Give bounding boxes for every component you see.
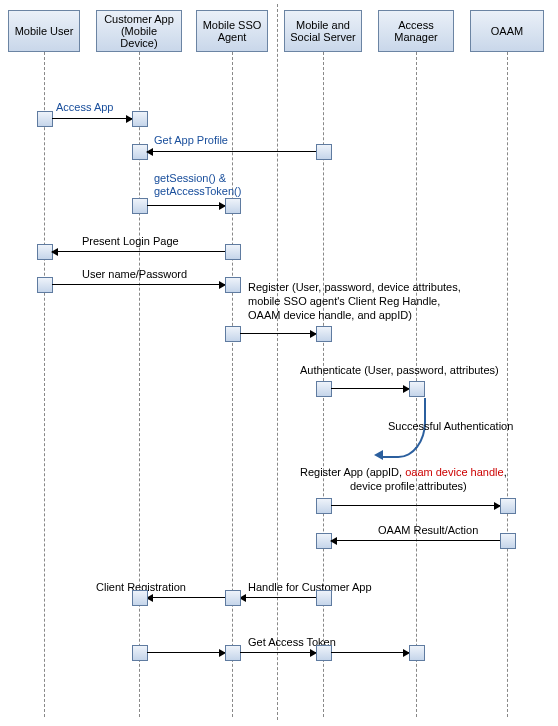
activation-node <box>316 144 332 160</box>
msg-register-a: Register (User, password, device attribu… <box>248 281 461 293</box>
msg-register-b: mobile SSO agent's Client Reg Handle, <box>248 295 440 307</box>
participant-mobile-sso-agent: Mobile SSO Agent <box>196 10 268 52</box>
msg-authenticate: Authenticate (User, password, attributes… <box>300 364 499 376</box>
arrow-register <box>240 333 316 334</box>
activation-node <box>225 198 241 214</box>
activation-node <box>132 645 148 661</box>
msg-get-app-profile: Get App Profile <box>154 134 228 146</box>
activation-node <box>409 381 425 397</box>
activation-node <box>225 590 241 606</box>
participant-oaam: OAAM <box>470 10 544 52</box>
activation-node <box>132 198 148 214</box>
arrow-handle-app <box>240 597 316 598</box>
activation-node <box>316 498 332 514</box>
arrow-get-token-1 <box>147 652 225 653</box>
arrow-access-app <box>52 118 132 119</box>
participant-label: Customer App (Mobile Device) <box>101 13 177 49</box>
msg-credentials: User name/Password <box>82 268 187 280</box>
activation-node <box>316 645 332 661</box>
arrow-client-reg <box>147 597 225 598</box>
sequence-diagram: { "participants": { "p0": "Mobile User",… <box>0 0 558 726</box>
msg-register-app-a: Register App (appID, <box>300 466 405 478</box>
msg-getsession-b: getAccessToken() <box>154 185 241 197</box>
activation-node <box>37 277 53 293</box>
arrow-authenticate <box>331 388 409 389</box>
activation-node <box>37 111 53 127</box>
activation-node <box>500 533 516 549</box>
participant-mobile-user: Mobile User <box>8 10 80 52</box>
arrow-get-token-3 <box>331 652 409 653</box>
msg-handle-app: Handle for Customer App <box>248 581 372 593</box>
participant-customer-app: Customer App (Mobile Device) <box>96 10 182 52</box>
activation-node <box>225 277 241 293</box>
msg-register-c: OAAM device handle, and appID) <box>248 309 412 321</box>
activation-node <box>316 381 332 397</box>
lifeline-mobile-user <box>44 52 45 717</box>
arrow-register-app <box>331 505 500 506</box>
participant-label: Mobile User <box>15 25 74 37</box>
msg-getsession-a: getSession() & <box>154 172 226 184</box>
msg-present-login: Present Login Page <box>82 235 179 247</box>
lifeline-oaam <box>507 52 508 717</box>
arrow-present-login <box>52 251 225 252</box>
msg-register-app-c: , <box>504 466 507 478</box>
participant-label: Mobile SSO Agent <box>201 19 263 43</box>
arrow-credentials <box>52 284 225 285</box>
arrow-get-app-profile <box>147 151 316 152</box>
msg-register-app-d: device profile attributes) <box>350 480 467 492</box>
participant-label: Mobile and Social Server <box>289 19 357 43</box>
participant-label: OAAM <box>491 25 523 37</box>
activation-node <box>500 498 516 514</box>
participant-mobile-social-server: Mobile and Social Server <box>284 10 362 52</box>
arrow-get-token-2 <box>240 652 316 653</box>
msg-register-app-line1: Register App (appID, oaam device handle, <box>300 466 507 478</box>
arrow-getsession <box>147 205 225 206</box>
participant-access-manager: Access Manager <box>378 10 454 52</box>
activation-node <box>132 111 148 127</box>
arrow-oaam-result <box>331 540 500 541</box>
activation-node <box>225 645 241 661</box>
participant-label: Access Manager <box>383 19 449 43</box>
activation-node <box>409 645 425 661</box>
msg-register-app-b: oaam device handle <box>405 466 503 478</box>
activation-node <box>225 244 241 260</box>
msg-access-app: Access App <box>56 101 113 113</box>
msg-oaam-result: OAAM Result/Action <box>378 524 478 536</box>
activation-node <box>132 590 148 606</box>
msg-success-auth: Successful Authentication <box>388 420 513 432</box>
activation-node <box>225 326 241 342</box>
system-boundary-line <box>277 4 278 720</box>
activation-node <box>316 590 332 606</box>
activation-node <box>316 326 332 342</box>
